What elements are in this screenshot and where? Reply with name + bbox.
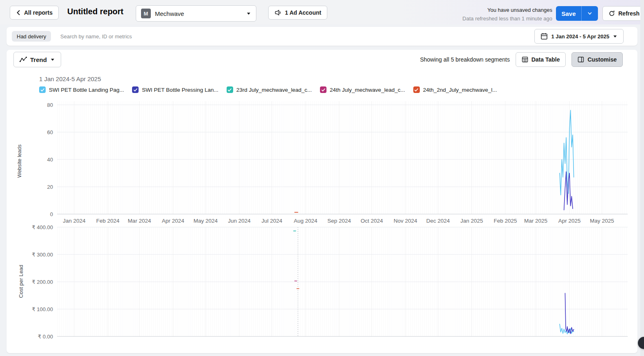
legend-label: 24th_2nd_July_mechwave_l...	[423, 87, 497, 93]
legend-checkbox[interactable]	[320, 86, 326, 93]
ad-account-label: 1 Ad Account	[285, 9, 321, 16]
refresh-icon	[609, 10, 615, 17]
svg-text:Jan 2024: Jan 2024	[63, 218, 86, 224]
customise-label: Customise	[587, 56, 617, 63]
table-icon	[522, 56, 528, 63]
search-input[interactable]	[60, 30, 427, 42]
save-button[interactable]: Save	[556, 6, 581, 21]
ad-account-button[interactable]: 1 Ad Account	[268, 6, 327, 20]
svg-text:60: 60	[47, 129, 53, 135]
help-widget[interactable]	[638, 337, 644, 349]
breakdown-segments-text: Showing all 5 breakdown segments	[420, 56, 509, 63]
date-range-button[interactable]: 1 Jan 2024 - 5 Apr 2025	[534, 29, 624, 44]
svg-text:20: 20	[47, 184, 53, 190]
svg-text:₹ 0.00: ₹ 0.00	[38, 334, 53, 340]
chevron-left-icon	[16, 10, 21, 15]
all-reports-button[interactable]: All reports	[10, 6, 59, 20]
business-avatar: M	[141, 9, 151, 18]
svg-text:0: 0	[50, 211, 53, 217]
svg-text:Dec 2024: Dec 2024	[426, 218, 450, 224]
top-bar: All reports Untitled report M Mechwave 1…	[0, 0, 644, 24]
chevron-down-icon	[613, 34, 618, 39]
svg-text:Apr 2024: Apr 2024	[162, 218, 184, 224]
chart-legend: SWI PET Bottle Landing Pag...SWI PET Bot…	[39, 86, 497, 93]
report-canvas: Trend Showing all 5 breakdown segments D…	[7, 50, 637, 353]
legend-label: 23rd July_mechwave_lead_c...	[236, 87, 312, 93]
refresh-button[interactable]: Refresh	[602, 6, 644, 21]
all-reports-label: All reports	[24, 9, 53, 16]
svg-text:Jun 2024: Jun 2024	[228, 218, 251, 224]
svg-text:Oct 2024: Oct 2024	[361, 218, 383, 224]
report-title: Untitled report	[67, 7, 124, 16]
chart-type-dropdown[interactable]: Trend	[13, 52, 61, 67]
svg-text:Feb 2025: Feb 2025	[494, 218, 517, 224]
check-icon	[40, 88, 45, 92]
refresh-label: Refresh	[618, 10, 640, 17]
calendar-icon	[540, 33, 548, 40]
business-name: Mechwave	[155, 10, 184, 17]
svg-text:₹ 300.00: ₹ 300.00	[32, 252, 53, 258]
save-dropdown-button[interactable]	[581, 6, 598, 21]
check-icon	[133, 88, 138, 92]
legend-item[interactable]: SWI PET Bottle Pressing Lan...	[132, 86, 218, 93]
legend-checkbox[interactable]	[39, 86, 46, 93]
trend-icon	[20, 56, 27, 63]
svg-text:Mar 2025: Mar 2025	[524, 218, 547, 224]
check-icon	[227, 88, 232, 92]
legend-label: SWI PET Bottle Pressing Lan...	[142, 87, 218, 93]
svg-text:₹ 100.00: ₹ 100.00	[32, 306, 53, 312]
data-table-label: Data Table	[532, 56, 560, 63]
chart-type-label: Trend	[30, 56, 47, 63]
ad-account-icon	[274, 9, 282, 16]
svg-text:Sep 2024: Sep 2024	[327, 218, 351, 224]
data-refreshed-text: Data refreshed less than 1 minute ago	[463, 15, 552, 23]
chevron-down-icon	[246, 11, 251, 16]
legend-item[interactable]: SWI PET Bottle Landing Pag...	[39, 86, 124, 93]
legend-checkbox[interactable]	[132, 86, 139, 93]
svg-text:Jan 2025: Jan 2025	[460, 218, 483, 224]
legend-checkbox[interactable]	[227, 86, 233, 93]
had-delivery-chip[interactable]: Had delivery	[12, 31, 51, 42]
legend-label: SWI PET Bottle Landing Pag...	[49, 87, 124, 93]
svg-text:Aug 2024: Aug 2024	[294, 218, 318, 224]
filter-bar: Had delivery 1 Jan 2024 - 5 Apr 2025	[7, 27, 637, 46]
svg-text:Apr 2025: Apr 2025	[558, 218, 581, 224]
legend-item[interactable]: 24th_2nd_July_mechwave_l...	[413, 86, 497, 93]
svg-text:Mar 2024: Mar 2024	[128, 218, 151, 224]
svg-text:Jul 2024: Jul 2024	[261, 218, 282, 224]
chart-date-range-title: 1 Jan 2024-5 Apr 2025	[39, 75, 101, 82]
chevron-down-icon	[50, 57, 55, 62]
svg-text:May 2024: May 2024	[194, 218, 218, 224]
customise-button[interactable]: Customise	[571, 52, 623, 67]
unsaved-changes-text: You have unsaved changes	[463, 6, 552, 15]
svg-text:80: 80	[47, 102, 53, 108]
check-icon	[414, 88, 419, 92]
side-panel-icon	[578, 56, 584, 63]
chevron-down-icon	[587, 11, 592, 16]
legend-label: 24th July_mechwave_lead_c...	[330, 87, 405, 93]
chart-toolbar-right: Showing all 5 breakdown segments Data Ta…	[420, 52, 623, 67]
legend-checkbox[interactable]	[413, 86, 420, 93]
svg-text:₹ 400.00: ₹ 400.00	[32, 225, 53, 230]
scrollbar[interactable]	[640, 0, 644, 356]
svg-text:₹ 200.00: ₹ 200.00	[32, 279, 53, 285]
save-status: You have unsaved changes Data refreshed …	[463, 6, 552, 23]
cost-per-lead-chart[interactable]: ₹ 0.00₹ 100.00₹ 200.00₹ 300.00₹ 400.00	[7, 225, 637, 342]
svg-text:40: 40	[47, 157, 53, 163]
svg-text:May 2025: May 2025	[590, 218, 614, 224]
legend-item[interactable]: 24th July_mechwave_lead_c...	[320, 86, 405, 93]
svg-text:Feb 2024: Feb 2024	[96, 218, 120, 224]
check-icon	[321, 88, 326, 92]
data-table-button[interactable]: Data Table	[516, 52, 566, 67]
website-leads-chart[interactable]: Jan 2024Feb 2024Mar 2024Apr 2024May 2024…	[7, 95, 637, 225]
legend-item[interactable]: 23rd July_mechwave_lead_c...	[227, 86, 312, 93]
business-selector[interactable]: M Mechwave	[136, 5, 256, 22]
svg-text:Nov 2024: Nov 2024	[394, 218, 417, 224]
date-range-label: 1 Jan 2024 - 5 Apr 2025	[551, 33, 609, 40]
